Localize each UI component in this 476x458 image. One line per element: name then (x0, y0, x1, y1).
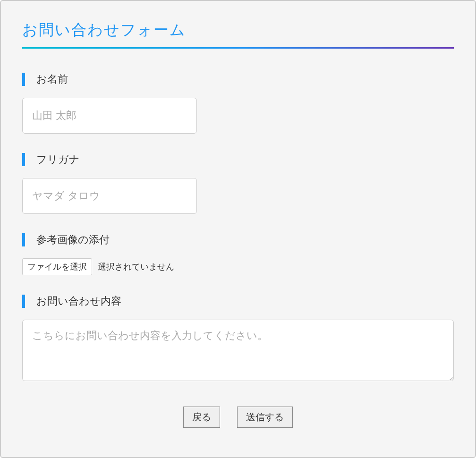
file-select-button[interactable]: ファイルを選択 (22, 258, 92, 275)
name-input[interactable] (22, 98, 197, 134)
button-row: 戻る 送信する (22, 407, 454, 428)
name-label: お名前 (36, 72, 68, 86)
content-field-group: お問い合わせ内容 (22, 294, 454, 383)
file-status-text: 選択されていません (98, 261, 174, 272)
content-textarea[interactable] (22, 320, 454, 381)
name-field-group: お名前 (22, 72, 454, 134)
label-bar-icon (22, 295, 25, 308)
attachment-field-group: 参考画像の添付 ファイルを選択 選択されていません (22, 233, 454, 275)
label-bar-icon (22, 233, 25, 246)
attachment-label-row: 参考画像の添付 (22, 233, 454, 247)
label-bar-icon (22, 73, 25, 86)
form-title: お問い合わせフォーム (22, 20, 454, 49)
name-label-row: お名前 (22, 72, 454, 86)
back-button[interactable]: 戻る (183, 407, 220, 428)
furigana-input[interactable] (22, 178, 197, 214)
content-label: お問い合わせ内容 (36, 294, 121, 308)
contact-form-container: お問い合わせフォーム お名前 フリガナ 参考画像の添付 ファイルを選択 選択され… (0, 0, 476, 458)
furigana-label-row: フリガナ (22, 153, 454, 167)
submit-button[interactable]: 送信する (237, 407, 293, 428)
file-input-row: ファイルを選択 選択されていません (22, 258, 454, 275)
furigana-label: フリガナ (36, 153, 80, 167)
label-bar-icon (22, 153, 25, 166)
content-label-row: お問い合わせ内容 (22, 294, 454, 308)
attachment-label: 参考画像の添付 (36, 233, 110, 247)
furigana-field-group: フリガナ (22, 153, 454, 214)
